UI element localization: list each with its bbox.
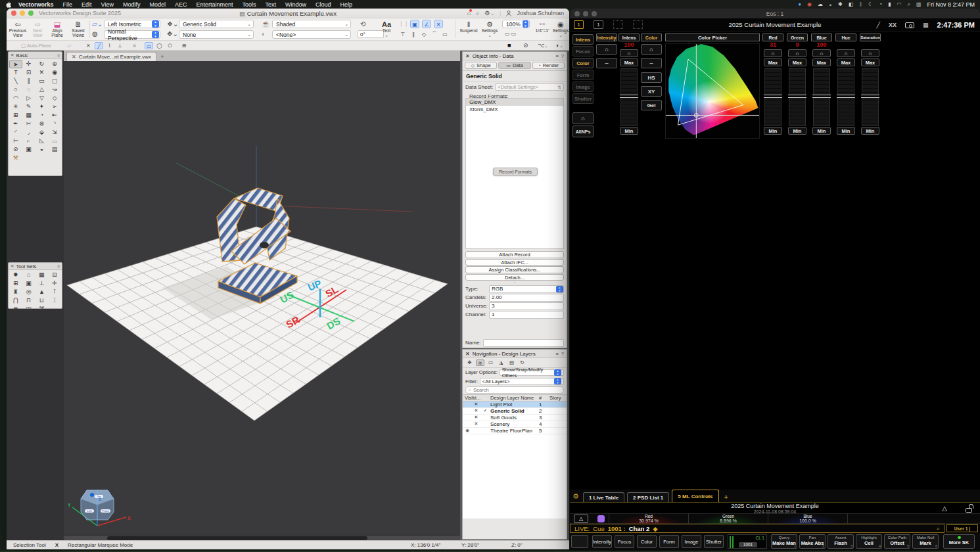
basic-tool-icon-15[interactable]: ↝ <box>48 85 61 94</box>
basic-tool-icon-5[interactable]: ⊡ <box>22 68 35 77</box>
basic-tool-icon-26[interactable]: ◔ <box>35 111 49 120</box>
marquee-rect-button[interactable]: ▭ <box>145 42 153 49</box>
help-icon[interactable]: ? <box>561 53 564 59</box>
field-universe[interactable]: 3 <box>489 302 564 310</box>
allnps-button[interactable]: AllNPs <box>572 126 594 137</box>
toolset-icon-18[interactable]: ⌘ <box>35 305 49 313</box>
basic-tool-icon-47[interactable] <box>48 154 61 162</box>
cloud-icon[interactable]: ☁ <box>818 2 823 7</box>
user-status-badge[interactable]: User 1 | Offline <box>946 524 978 532</box>
min-button[interactable]: Min <box>620 127 638 135</box>
color-mode-gel-button[interactable]: Gel <box>641 100 662 110</box>
toolset-icon-4[interactable]: ⊞ <box>9 279 22 288</box>
bottom-shutter-button[interactable]: Shutter <box>704 535 724 548</box>
basic-tool-icon-6[interactable]: ✕ <box>35 68 49 77</box>
marquee-lasso-button[interactable]: ◯ <box>155 42 164 49</box>
nav-classes-icon[interactable]: ✥ <box>465 359 474 366</box>
record-format-item[interactable]: Xform_DMX <box>466 106 563 113</box>
basic-tool-icon-35[interactable]: ⇲ <box>48 128 61 137</box>
max-button[interactable]: Max <box>861 58 879 66</box>
fader-track[interactable] <box>620 68 638 126</box>
button-attach-ifc-[interactable]: Attach IFC... <box>465 259 564 266</box>
unlock-icon[interactable] <box>966 508 972 513</box>
color-mode-xy-button[interactable]: XY <box>641 86 662 97</box>
basic-tool-icon-10[interactable]: ▭ <box>35 77 49 85</box>
toolset-icon-17[interactable]: ◫ <box>22 305 35 313</box>
intensity-home-button[interactable]: ⌂ <box>596 44 617 55</box>
app-status-icon[interactable]: ◒ <box>829 2 832 7</box>
basic-tool-icon-33[interactable]: ◞ <box>22 128 35 137</box>
softkey-mark[interactable]: Make NullMark6 <box>912 534 939 549</box>
triangle-icon[interactable]: △ <box>942 505 947 512</box>
object-info-tab-shape[interactable]: ◇Shape <box>465 62 497 69</box>
snap-smart-point-toggle[interactable]: ◇ <box>419 30 429 39</box>
toolset-icon-11[interactable]: ⊺ <box>48 288 61 296</box>
basic-tool-icon-44[interactable]: ⚒ <box>9 154 22 162</box>
menu-item-edit[interactable]: Edit <box>82 1 92 8</box>
fader-handle[interactable] <box>620 95 638 98</box>
toolset-icon-2[interactable]: ▦ <box>35 271 49 279</box>
fader-handle[interactable] <box>788 95 806 98</box>
search-icon[interactable]: ⌕ <box>476 11 479 16</box>
brush-icon[interactable]: ╱ <box>877 22 880 28</box>
fader-header[interactable]: Hue <box>835 34 856 41</box>
close-icon[interactable]: ✕ <box>11 264 14 269</box>
data-sheet-dropdown[interactable]: <Default Settings>⇅ <box>495 83 564 91</box>
menu-item-model[interactable]: Model <box>149 1 166 8</box>
intensity-minus-button[interactable]: – <box>596 58 617 68</box>
basic-tool-icon-34[interactable]: ⬙ <box>35 128 49 137</box>
softkey-make-abs[interactable]: FanMake Abs2 <box>799 534 826 549</box>
nav-sheet-layers-icon[interactable]: ▭ <box>486 359 495 366</box>
col-story[interactable]: Story <box>549 395 567 401</box>
min-button[interactable]: Min <box>861 127 879 135</box>
tab-2-psd-list-1[interactable]: 2 PSD List 1 <box>627 492 669 502</box>
home-icon[interactable]: ⌂ <box>812 49 831 57</box>
view-dropdown[interactable]: Left Isometric▲▼ <box>104 20 160 28</box>
close-icon[interactable]: ✕ <box>465 53 470 59</box>
fader-header[interactable]: Blue <box>811 34 832 41</box>
basic-tool-icon-3[interactable]: ⊕ <box>48 60 61 68</box>
app-status-icon[interactable]: ✱ <box>838 2 843 7</box>
bluetooth-icon[interactable]: ᛒ <box>859 2 862 7</box>
menu-item-vectorworks[interactable]: Vectorworks <box>18 1 54 8</box>
marquee-polygon-button[interactable]: ⬠ <box>166 42 174 49</box>
keypad-icon[interactable]: ▦ <box>923 22 929 28</box>
command-line[interactable]: LIVE: Cue 1001 : Chan 2 ◆ ⌕ <box>570 524 945 533</box>
snap-edge-toggle[interactable]: ⊤ <box>398 30 408 39</box>
constraint-icon[interactable]: ✥⌄ <box>167 30 178 38</box>
no-render-icon[interactable]: ⊘ <box>523 41 528 49</box>
field-channel[interactable]: 1 <box>489 311 564 319</box>
layer-row[interactable]: ✕Scenery4 <box>463 421 567 428</box>
category-color-button[interactable]: Color <box>572 58 594 68</box>
fader-header[interactable]: Red <box>762 34 783 41</box>
mode-line-button[interactable]: ╱ <box>95 42 103 49</box>
menu-item-view[interactable]: View <box>101 1 114 8</box>
battery-icon[interactable]: ▮ <box>888 2 891 7</box>
max-button[interactable]: Max <box>788 58 806 66</box>
mode-grid-button[interactable]: ⌗ <box>130 42 139 49</box>
basic-tool-icon-9[interactable]: ∥ <box>22 77 35 85</box>
button-attach-record[interactable]: Attach Record <box>465 251 564 258</box>
toolset-icon-8[interactable]: ♜ <box>9 288 22 296</box>
nav-references-icon[interactable]: ↻ <box>518 359 526 366</box>
nav-saved-views-icon[interactable]: ▤ <box>507 359 516 366</box>
basic-tool-icon-20[interactable]: ✳ <box>9 103 22 111</box>
basic-tool-icon-29[interactable]: ✂ <box>22 120 35 128</box>
fader-handle[interactable] <box>764 95 782 98</box>
wifi-icon[interactable]: ◠ <box>897 2 901 7</box>
render-globe-icon[interactable]: ◐⌄ <box>556 41 563 50</box>
basic-tool-icon-21[interactable]: ✎ <box>22 103 35 111</box>
divider-handle[interactable]: • <box>463 281 567 284</box>
search-icon[interactable]: ⌕ <box>907 2 910 7</box>
field-candela[interactable]: 2.00 <box>489 294 564 302</box>
fader-track[interactable] <box>813 68 830 126</box>
basic-tool-icon-36[interactable]: ⊢ <box>9 137 22 145</box>
basic-tool-icon-12[interactable]: ○ <box>9 85 22 94</box>
basic-tool-icon-39[interactable]: ⌓ <box>48 137 61 145</box>
class-style-dropdown[interactable]: Generic Solid⌄ <box>179 20 254 28</box>
home-button[interactable]: ⌂ <box>572 112 594 124</box>
min-button[interactable]: Min <box>788 127 806 135</box>
control-center-icon[interactable]: ▥ <box>916 2 922 7</box>
snap-tangent-toggle[interactable]: ⌒ <box>430 30 439 39</box>
basic-tool-icon-45[interactable] <box>22 154 35 162</box>
